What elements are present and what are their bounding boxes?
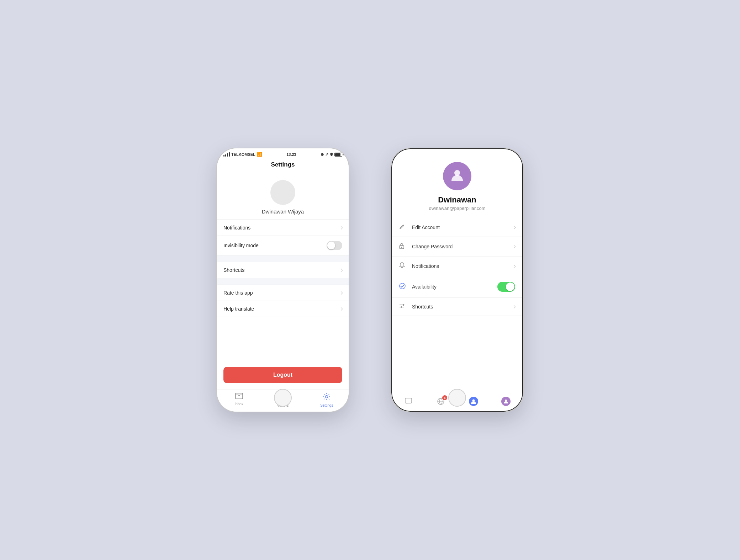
nav-avatar-purple <box>501 397 511 406</box>
profile-avatar[interactable] <box>443 162 471 190</box>
svg-point-6 <box>400 283 405 289</box>
section-gap-2 <box>217 278 349 285</box>
edit-account-item[interactable]: Edit Account <box>392 218 522 237</box>
user-name: Dwinawan Wijaya <box>262 208 304 215</box>
availability-label: Availaibility <box>412 284 497 290</box>
settings-list: Notifications Invisibility mode Shortcut… <box>217 220 349 360</box>
right-home-button[interactable] <box>448 389 466 407</box>
settings-group-2: Shortcuts <box>217 262 349 278</box>
settings-group-1: Notifications Invisibility mode <box>217 220 349 255</box>
availability-thumb <box>506 282 514 291</box>
rate-app-chevron-icon <box>339 291 343 295</box>
notifications-chevron-icon <box>512 264 516 268</box>
help-translate-chevron-icon <box>339 307 343 311</box>
help-translate-item[interactable]: Help translate <box>217 301 349 317</box>
tab-settings[interactable]: Settings <box>305 393 349 407</box>
rate-app-item[interactable]: Rate this app <box>217 285 349 301</box>
notifications-label: Notifications <box>223 225 250 231</box>
change-password-label: Change Password <box>412 244 513 249</box>
right-phone: Dwinawan dwinawan@paperpillar.com Edit A… <box>391 148 523 412</box>
toggle-thumb <box>327 242 335 249</box>
nav-chat-item[interactable] <box>392 397 425 406</box>
nav-avatar-blue <box>469 397 478 406</box>
inbox-icon <box>235 393 243 401</box>
right-phone-screen: Dwinawan dwinawan@paperpillar.com Edit A… <box>391 148 523 412</box>
page-title: Settings <box>217 158 349 172</box>
notifications-item[interactable]: Notifications <box>217 220 349 236</box>
tab-inbox[interactable]: Inbox <box>217 393 261 407</box>
svg-point-5 <box>401 247 402 248</box>
chevron-right-icon <box>339 226 343 229</box>
edit-account-chevron-icon <box>512 226 516 229</box>
change-password-icon <box>399 243 409 250</box>
change-password-chevron-icon <box>512 245 516 248</box>
availability-toggle[interactable] <box>497 282 515 292</box>
globe-badge: 6 <box>442 395 447 400</box>
settings-label: Settings <box>320 403 333 407</box>
shortcuts-menu-icon <box>399 303 409 310</box>
logout-button[interactable]: Logout <box>223 367 342 383</box>
invisibility-mode-item[interactable]: Invisibility mode <box>217 236 349 255</box>
status-right: ⊕ ↗ ✱ <box>321 152 342 157</box>
help-translate-label: Help translate <box>223 306 254 312</box>
edit-account-label: Edit Account <box>412 224 513 230</box>
notifications-menu-label: Notifications <box>412 263 513 269</box>
shortcuts-menu-label: Shortcuts <box>412 304 513 310</box>
nav-person-purple-item[interactable] <box>490 397 523 406</box>
shortcuts-label: Shortcuts <box>223 267 244 273</box>
rate-app-label: Rate this app <box>223 290 253 296</box>
svg-point-2 <box>326 396 328 398</box>
invisibility-label: Invisibility mode <box>223 243 259 248</box>
status-left: TELKOMSEL 📶 <box>223 152 262 157</box>
time-display: 13.23 <box>286 152 296 157</box>
inbox-label: Inbox <box>234 402 243 406</box>
left-phone: TELKOMSEL 📶 13.23 ⊕ ↗ ✱ Settings Dwinawa… <box>217 148 349 412</box>
shortcuts-chevron-icon <box>339 268 343 272</box>
profile-header: Dwinawan dwinawan@paperpillar.com <box>392 149 522 218</box>
settings-icon <box>323 393 331 402</box>
shortcuts-menu-item[interactable]: Shortcuts <box>392 298 522 316</box>
location-icon: ⊕ <box>321 152 324 157</box>
section-gap-1 <box>217 255 349 262</box>
menu-list: Edit Account Change Password <box>392 218 522 393</box>
battery-icon <box>334 153 342 157</box>
logout-section: Logout <box>217 360 349 390</box>
shortcuts-menu-chevron-icon <box>512 305 516 308</box>
edit-account-icon <box>399 224 409 231</box>
change-password-item[interactable]: Change Password <box>392 237 522 257</box>
svg-point-3 <box>454 170 460 176</box>
home-button[interactable] <box>274 389 292 407</box>
carrier-label: TELKOMSEL <box>231 152 255 157</box>
notifications-menu-item[interactable]: Notifications <box>392 257 522 276</box>
profile-email: dwinawan@paperpillar.com <box>429 206 485 211</box>
invisibility-toggle[interactable] <box>327 241 342 250</box>
signal-bars <box>223 152 230 157</box>
wifi-icon: 📶 <box>257 152 262 157</box>
profile-name: Dwinawan <box>438 195 476 205</box>
status-bar: TELKOMSEL 📶 13.23 ⊕ ↗ ✱ <box>217 148 349 158</box>
avatar[interactable] <box>270 180 295 205</box>
bluetooth-icon: ✱ <box>330 152 333 157</box>
signal-arrow-icon: ↗ <box>325 152 328 157</box>
notifications-menu-icon <box>399 262 409 270</box>
avatar-icon <box>450 167 465 185</box>
svg-rect-7 <box>405 398 412 403</box>
avatar-section: Dwinawan Wijaya <box>217 172 349 220</box>
availability-icon <box>399 283 409 291</box>
shortcuts-item[interactable]: Shortcuts <box>217 262 349 278</box>
settings-group-3: Rate this app Help translate <box>217 285 349 317</box>
availability-item[interactable]: Availaibility <box>392 276 522 298</box>
left-phone-screen: TELKOMSEL 📶 13.23 ⊕ ↗ ✱ Settings Dwinawa… <box>217 148 349 412</box>
